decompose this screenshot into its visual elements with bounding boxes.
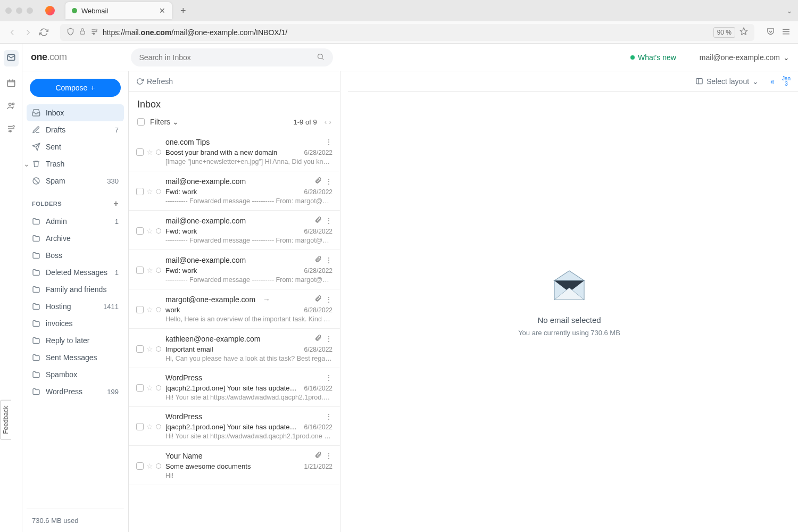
read-status-icon[interactable] [156,385,161,390]
email-checkbox[interactable] [136,423,144,430]
sidebar-item-drafts[interactable]: Drafts7 [27,121,124,138]
more-icon[interactable]: ⋮ [325,217,332,225]
star-icon[interactable]: ☆ [146,187,153,196]
search-box[interactable] [131,48,333,66]
compose-button[interactable]: Compose + [30,79,121,97]
forward-button[interactable] [23,28,33,37]
read-status-icon[interactable] [156,228,161,234]
sidebar-item-trash[interactable]: ⌄Trash [27,155,124,172]
sidebar-folder[interactable]: Spambox [27,366,124,383]
star-icon[interactable]: ☆ [146,345,153,353]
close-tab-icon[interactable]: ✕ [159,6,165,15]
rail-contacts-icon[interactable] [6,101,16,112]
prev-page-button[interactable]: ‹ [325,118,327,126]
email-item[interactable]: ☆mail@one-example.com⋮Fwd: work6/28/2022… [129,211,340,250]
star-icon[interactable]: ☆ [146,384,153,392]
email-item[interactable]: ☆one.com Tips⋮Boost your brand with a ne… [129,132,340,171]
hamburger-icon[interactable] [782,27,791,38]
more-icon[interactable]: ⋮ [325,177,332,186]
star-icon[interactable]: ☆ [146,227,153,235]
more-icon[interactable]: ⋮ [325,138,332,146]
read-status-icon[interactable] [156,307,161,312]
sidebar-folder[interactable]: Reply to later [27,332,124,349]
collapse-icon[interactable]: « [770,77,775,86]
sidebar-folder[interactable]: Hosting1411 [27,298,124,315]
add-folder-button[interactable]: + [113,199,119,209]
reload-button[interactable] [39,28,48,37]
sidebar-folder[interactable]: Family and friends [27,281,124,298]
sidebar-item-inbox[interactable]: Inbox [27,104,124,121]
select-layout-button[interactable]: Select layout ⌄ [695,77,759,86]
select-all-checkbox[interactable] [137,118,145,126]
rail-settings-icon[interactable] [6,124,16,135]
email-checkbox[interactable] [136,462,144,470]
star-icon[interactable]: ☆ [146,422,153,431]
email-checkbox[interactable] [136,188,144,195]
email-item[interactable]: ☆margot@one-example.com→⋮work6/28/2022He… [129,289,340,329]
tabs-menu-icon[interactable]: ⌄ [786,6,793,15]
next-page-button[interactable]: › [329,118,331,126]
feedback-tab[interactable]: Feedback [0,400,11,440]
read-status-icon[interactable] [156,346,161,352]
whats-new-button[interactable]: What's new [630,53,676,62]
rail-mail-icon[interactable] [4,50,19,66]
more-icon[interactable]: ⋮ [325,256,332,264]
pocket-icon[interactable] [766,27,775,38]
sidebar-folder[interactable]: Sent Messages [27,349,124,366]
more-icon[interactable]: ⋮ [325,335,332,343]
user-menu[interactable]: mail@one-example.com ⌄ [700,53,789,62]
search-input[interactable] [139,53,317,62]
star-icon[interactable]: ☆ [146,148,153,156]
email-checkbox[interactable] [136,267,144,274]
email-checkbox[interactable] [136,227,144,235]
sidebar-folder[interactable]: Deleted Messages1 [27,264,124,281]
read-status-icon[interactable] [156,424,161,429]
logo[interactable]: one.com [31,52,67,63]
email-item[interactable]: ☆mail@one-example.com⋮Fwd: work6/28/2022… [129,171,340,211]
sidebar-folder[interactable]: Boss [27,247,124,264]
window-controls[interactable] [5,7,33,14]
email-checkbox[interactable] [136,345,144,353]
email-checkbox[interactable] [136,306,144,313]
email-item[interactable]: ☆WordPress⋮[qacph2.1prod.one] Your site … [129,407,340,446]
email-item[interactable]: ☆kathleen@one-example.com⋮Important emai… [129,329,340,368]
more-icon[interactable]: ⋮ [325,373,332,382]
permissions-icon[interactable] [90,28,98,37]
sidebar-folder[interactable]: invoices [27,315,124,332]
sidebar-folder[interactable]: Admin1 [27,213,124,230]
search-icon[interactable] [317,53,325,62]
email-item[interactable]: ☆Your Name⋮Some awesome documents1/21/20… [129,446,340,485]
star-icon[interactable]: ☆ [146,462,153,470]
more-icon[interactable]: ⋮ [325,295,332,304]
more-icon[interactable]: ⋮ [325,412,332,421]
more-icon[interactable]: ⋮ [325,452,332,460]
sidebar-folder[interactable]: WordPress199 [27,383,124,400]
star-icon[interactable]: ☆ [146,305,153,314]
email-list-column: Refresh Inbox Filters ⌄ 1-9 of 9 ‹ › [129,71,340,532]
sidebar-folder[interactable]: Archive [27,230,124,247]
bookmark-star-icon[interactable] [739,27,748,37]
rail-calendar-icon[interactable] [6,78,16,89]
email-checkbox[interactable] [136,148,144,156]
back-button[interactable] [7,28,17,37]
refresh-button[interactable]: Refresh [136,77,173,86]
sidebar-item-spam[interactable]: Spam330 [27,172,124,189]
star-icon[interactable]: ☆ [146,266,153,275]
sidebar-item-sent[interactable]: Sent [27,138,124,155]
attachment-icon [314,295,322,304]
read-status-icon[interactable] [156,463,161,469]
browser-tab[interactable]: Webmail ✕ [65,2,172,19]
read-status-icon[interactable] [156,149,161,155]
email-checkbox[interactable] [136,384,144,392]
calendar-widget[interactable]: Jan 3 [782,76,791,87]
email-item[interactable]: ☆WordPress⋮[qacph2.1prod.one] Your site … [129,368,340,407]
zoom-level[interactable]: 90 % [713,27,735,38]
email-preview: Hi! Your site at https://awdawdwadwad.qa… [165,394,332,401]
address-bar[interactable]: https://mail.one.com/mail@one-example.co… [60,24,754,41]
new-tab-button[interactable]: + [180,5,186,16]
chevron-down-icon[interactable]: ⌄ [23,160,30,168]
read-status-icon[interactable] [156,268,161,273]
email-item[interactable]: ☆mail@one-example.com⋮Fwd: work6/28/2022… [129,250,340,289]
filters-button[interactable]: Filters ⌄ [150,118,179,126]
read-status-icon[interactable] [156,189,161,194]
